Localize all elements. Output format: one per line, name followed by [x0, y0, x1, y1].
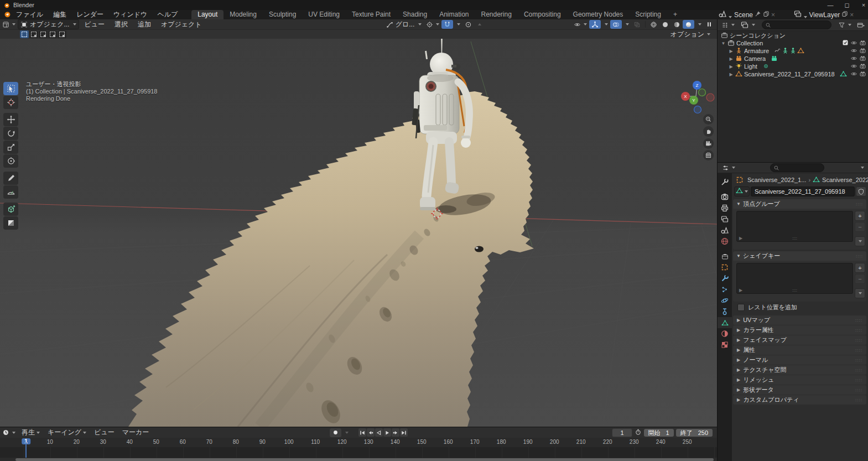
properties-tab-modifiers[interactable]	[718, 273, 732, 284]
editor-type-properties-button[interactable]	[720, 163, 737, 172]
hide-viewport-icon[interactable]	[850, 47, 857, 55]
viewport-menu-0[interactable]: ビュー	[79, 20, 110, 29]
remove-item-button[interactable]: −	[855, 274, 865, 284]
panel-grip-icon[interactable]: ::::	[855, 377, 862, 382]
mesh-data-dropdown[interactable]	[734, 187, 750, 196]
list-specials-dropdown[interactable]	[855, 236, 865, 246]
tab-uv-editing[interactable]: UV Editing	[302, 10, 346, 19]
measure-tool-button[interactable]	[3, 185, 18, 199]
properties-options-dropdown[interactable]	[857, 163, 866, 172]
xray-toggle[interactable]	[631, 20, 643, 29]
expand-arrow-icon[interactable]: ▶	[729, 56, 734, 61]
panel-grip-icon[interactable]: ::::	[855, 338, 862, 343]
pan-view-button[interactable]	[703, 126, 714, 137]
show-object-types-dropdown[interactable]	[571, 20, 589, 29]
tab-sculpting[interactable]: Sculpting	[263, 10, 302, 19]
timeline-menu-3[interactable]: マーカー	[118, 428, 153, 437]
tab-animation[interactable]: Animation	[433, 10, 475, 19]
menu-1[interactable]: 編集	[48, 10, 71, 19]
collapsed-panel-カスタムプロパティ[interactable]: ▶カスタムプロパティ::::	[733, 395, 866, 405]
disable-render-icon[interactable]	[859, 39, 866, 48]
hide-viewport-icon[interactable]	[850, 70, 857, 79]
collapsed-panel-属性[interactable]: ▶属性::::	[733, 345, 866, 355]
render-visibility-checkbox[interactable]	[842, 39, 849, 47]
perspective-toggle-button[interactable]	[703, 150, 714, 160]
gizmos-toggle[interactable]	[589, 20, 601, 29]
next-keyframe-button[interactable]	[392, 428, 399, 437]
options-dropdown[interactable]: オプション	[668, 30, 713, 39]
navigation-gizmo[interactable]: Z X Y	[679, 80, 716, 116]
minimize-button[interactable]: —	[822, 0, 839, 10]
expand-arrow-icon[interactable]: ▼	[721, 41, 726, 46]
hide-viewport-icon[interactable]	[850, 63, 857, 71]
viewlayer-browse-icon[interactable]	[793, 9, 807, 20]
collapsed-panel-形状データ[interactable]: ▶形状データ::::	[733, 385, 866, 395]
disable-render-icon[interactable]	[859, 55, 866, 63]
properties-tab-object[interactable]	[718, 262, 732, 273]
outliner-item-label[interactable]: Collection	[736, 40, 763, 46]
breadcrumb-data[interactable]: Scaniverse_2022_1...	[822, 177, 868, 183]
outliner-search-field[interactable]	[762, 20, 831, 29]
panel-grip-icon[interactable]: ::::	[855, 318, 862, 323]
start-frame-field[interactable]: 開始1	[644, 429, 674, 437]
outliner-item-label[interactable]: Armature	[744, 48, 769, 54]
outliner-row-collection[interactable]: ▼Collection	[718, 39, 868, 47]
properties-tab-constraints[interactable]	[718, 306, 732, 317]
list-specials-dropdown[interactable]	[855, 288, 865, 298]
play-button[interactable]	[383, 428, 391, 437]
editor-type-outliner-button[interactable]	[719, 20, 737, 29]
panel-header[interactable]: ▼シェイプキー::::	[733, 251, 866, 261]
panel-grip-icon[interactable]: ::::	[855, 328, 862, 333]
add-rest-position-checkbox[interactable]	[737, 304, 745, 311]
properties-tab-scene[interactable]	[718, 225, 732, 236]
outliner-item-label[interactable]: Scaniverse_2022_11_27_095918	[744, 71, 835, 77]
viewport-menu-1[interactable]: 選択	[110, 20, 133, 29]
list-filter-arrow[interactable]: ▶	[739, 236, 742, 241]
viewport-menu-3[interactable]: オブジェクト	[156, 20, 207, 29]
playhead[interactable]	[25, 442, 27, 458]
tab-modeling[interactable]: Modeling	[224, 10, 263, 19]
timeline-track[interactable]	[0, 447, 717, 458]
display-mode-dropdown[interactable]	[738, 20, 757, 29]
jump-end-button[interactable]	[400, 428, 408, 437]
select-mode-subtract[interactable]	[39, 30, 48, 38]
fake-user-shield-button[interactable]	[856, 187, 866, 196]
tab-texture-paint[interactable]: Texture Paint	[346, 10, 397, 19]
expand-arrow-icon[interactable]: ▶	[729, 49, 734, 54]
outliner-row-armature[interactable]: ▶Armature	[718, 47, 868, 55]
panel-grip-icon[interactable]: ::::	[855, 358, 862, 362]
copy-viewlayer-icon[interactable]	[841, 11, 848, 19]
select-mode-new[interactable]	[20, 30, 29, 38]
properties-tab-collection[interactable]	[718, 251, 732, 262]
tab-shading[interactable]: Shading	[397, 10, 433, 19]
play-reverse-button[interactable]	[375, 428, 383, 437]
auto-keyframe-record-button[interactable]	[330, 428, 341, 437]
new-collection-button[interactable]	[855, 20, 867, 29]
expand-arrow-icon[interactable]: ▶	[729, 64, 734, 69]
add-item-button[interactable]: +	[855, 263, 865, 273]
panel-header[interactable]: ▼頂点グループ::::	[733, 199, 866, 209]
timeline-menu-0[interactable]: 再生	[18, 428, 44, 437]
properties-tab-world[interactable]	[718, 236, 732, 247]
zoom-view-button[interactable]	[703, 114, 714, 125]
maximize-button[interactable]: ◻	[839, 0, 855, 10]
tab-rendering[interactable]: Rendering	[475, 10, 518, 19]
panel-grip-icon[interactable]: ::::	[856, 253, 863, 258]
annotate-tool-button[interactable]	[3, 172, 18, 185]
collapsed-panel-フェイスマップ[interactable]: ▶フェイスマップ::::	[733, 335, 866, 345]
filter-dropdown[interactable]	[836, 20, 854, 29]
menu-3[interactable]: ウィンドウ	[108, 10, 152, 19]
hide-viewport-icon[interactable]	[850, 55, 857, 63]
panel-grip-icon[interactable]: ::::	[856, 201, 863, 206]
properties-tab-object-data[interactable]	[718, 317, 732, 328]
overlays-dropdown[interactable]	[622, 20, 631, 29]
panel-grip-icon[interactable]: ::::	[855, 367, 862, 372]
use-preview-range-icon[interactable]	[635, 428, 642, 437]
snap-toggle[interactable]	[441, 20, 453, 29]
outliner-item-label[interactable]: Light	[744, 63, 757, 70]
tab-scripting[interactable]: Scripting	[629, 10, 667, 19]
shading-material-button[interactable]	[671, 20, 683, 29]
end-frame-field[interactable]: 終了250	[676, 429, 713, 437]
orientation-dropdown[interactable]: グロ...	[384, 20, 424, 29]
properties-tab-render[interactable]	[718, 191, 732, 203]
